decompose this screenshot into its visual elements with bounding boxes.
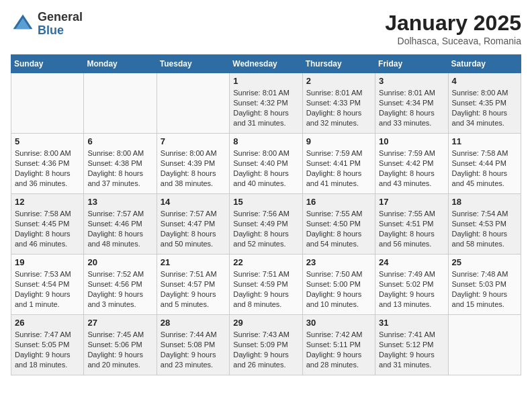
day-number: 2 <box>306 76 371 86</box>
day-number: 25 <box>452 257 517 267</box>
day-info: Sunrise: 8:01 AM Sunset: 4:32 PM Dayligh… <box>233 88 298 128</box>
day-cell: 2Sunrise: 8:01 AM Sunset: 4:33 PM Daylig… <box>302 73 375 134</box>
day-info: Sunrise: 7:43 AM Sunset: 5:09 PM Dayligh… <box>233 330 298 369</box>
day-info: Sunrise: 8:00 AM Sunset: 4:38 PM Dayligh… <box>87 148 152 188</box>
day-number: 13 <box>87 197 152 207</box>
logo: General Blue <box>11 11 83 38</box>
day-cell: 18Sunrise: 7:54 AM Sunset: 4:53 PM Dayli… <box>448 194 521 255</box>
page-header: General Blue January 2025 Dolhasca, Suce… <box>11 11 521 46</box>
day-info: Sunrise: 8:01 AM Sunset: 4:33 PM Dayligh… <box>306 88 371 128</box>
day-info: Sunrise: 8:01 AM Sunset: 4:34 PM Dayligh… <box>379 88 444 128</box>
day-number: 26 <box>15 318 80 328</box>
day-info: Sunrise: 8:00 AM Sunset: 4:40 PM Dayligh… <box>233 148 298 188</box>
day-number: 16 <box>306 197 371 207</box>
day-cell: 6Sunrise: 8:00 AM Sunset: 4:38 PM Daylig… <box>84 134 157 194</box>
day-number: 11 <box>452 136 517 146</box>
day-cell: 26Sunrise: 7:47 AM Sunset: 5:05 PM Dayli… <box>11 315 84 375</box>
day-number: 22 <box>233 257 298 267</box>
day-cell: 25Sunrise: 7:48 AM Sunset: 5:03 PM Dayli… <box>448 255 521 315</box>
day-info: Sunrise: 7:57 AM Sunset: 4:47 PM Dayligh… <box>161 209 226 248</box>
day-cell: 3Sunrise: 8:01 AM Sunset: 4:34 PM Daylig… <box>375 73 448 134</box>
day-number: 30 <box>306 318 371 328</box>
month-title: January 2025 <box>385 11 521 36</box>
day-number: 7 <box>161 136 226 146</box>
day-number: 9 <box>306 136 371 146</box>
day-info: Sunrise: 7:51 AM Sunset: 4:57 PM Dayligh… <box>161 269 226 309</box>
day-number: 24 <box>379 257 444 267</box>
day-cell: 29Sunrise: 7:43 AM Sunset: 5:09 PM Dayli… <box>230 315 302 375</box>
week-row: 1Sunrise: 8:01 AM Sunset: 4:32 PM Daylig… <box>11 73 521 134</box>
weekday-header: Tuesday <box>157 55 229 73</box>
day-cell: 27Sunrise: 7:45 AM Sunset: 5:06 PM Dayli… <box>84 315 157 375</box>
weekday-header: Thursday <box>302 55 375 73</box>
day-info: Sunrise: 7:55 AM Sunset: 4:50 PM Dayligh… <box>306 209 371 248</box>
day-cell: 15Sunrise: 7:56 AM Sunset: 4:49 PM Dayli… <box>230 194 302 255</box>
day-info: Sunrise: 7:59 AM Sunset: 4:42 PM Dayligh… <box>379 148 444 188</box>
day-cell: 24Sunrise: 7:49 AM Sunset: 5:02 PM Dayli… <box>375 255 448 315</box>
day-cell: 31Sunrise: 7:41 AM Sunset: 5:12 PM Dayli… <box>375 315 448 375</box>
weekday-header: Saturday <box>448 55 521 73</box>
day-number: 15 <box>233 197 298 207</box>
calendar-table: SundayMondayTuesdayWednesdayThursdayFrid… <box>11 54 521 375</box>
day-cell: 30Sunrise: 7:42 AM Sunset: 5:11 PM Dayli… <box>302 315 375 375</box>
logo-text: General Blue <box>38 11 83 38</box>
day-number: 4 <box>452 76 517 86</box>
day-cell: 21Sunrise: 7:51 AM Sunset: 4:57 PM Dayli… <box>157 255 229 315</box>
day-info: Sunrise: 7:59 AM Sunset: 4:41 PM Dayligh… <box>306 148 371 188</box>
day-cell <box>157 73 229 134</box>
day-info: Sunrise: 7:52 AM Sunset: 4:56 PM Dayligh… <box>87 269 152 309</box>
day-number: 29 <box>233 318 298 328</box>
day-cell: 20Sunrise: 7:52 AM Sunset: 4:56 PM Dayli… <box>84 255 157 315</box>
day-cell: 9Sunrise: 7:59 AM Sunset: 4:41 PM Daylig… <box>302 134 375 194</box>
day-cell: 16Sunrise: 7:55 AM Sunset: 4:50 PM Dayli… <box>302 194 375 255</box>
day-cell: 7Sunrise: 8:00 AM Sunset: 4:39 PM Daylig… <box>157 134 229 194</box>
week-row: 26Sunrise: 7:47 AM Sunset: 5:05 PM Dayli… <box>11 315 521 375</box>
day-cell: 19Sunrise: 7:53 AM Sunset: 4:54 PM Dayli… <box>11 255 84 315</box>
weekday-header: Monday <box>84 55 157 73</box>
day-info: Sunrise: 7:57 AM Sunset: 4:46 PM Dayligh… <box>87 209 152 248</box>
day-cell: 12Sunrise: 7:58 AM Sunset: 4:45 PM Dayli… <box>11 194 84 255</box>
day-number: 20 <box>87 257 152 267</box>
day-number: 3 <box>379 76 444 86</box>
day-info: Sunrise: 7:56 AM Sunset: 4:49 PM Dayligh… <box>233 209 298 248</box>
location: Dolhasca, Suceava, Romania <box>385 36 521 46</box>
day-info: Sunrise: 7:58 AM Sunset: 4:45 PM Dayligh… <box>15 209 80 248</box>
weekday-header-row: SundayMondayTuesdayWednesdayThursdayFrid… <box>11 55 521 73</box>
day-info: Sunrise: 7:42 AM Sunset: 5:11 PM Dayligh… <box>306 330 371 369</box>
day-cell <box>11 73 84 134</box>
day-number: 1 <box>233 76 298 86</box>
day-info: Sunrise: 8:00 AM Sunset: 4:36 PM Dayligh… <box>15 148 80 188</box>
day-cell: 1Sunrise: 8:01 AM Sunset: 4:32 PM Daylig… <box>230 73 302 134</box>
logo-general: General <box>38 10 83 24</box>
day-cell: 14Sunrise: 7:57 AM Sunset: 4:47 PM Dayli… <box>157 194 229 255</box>
week-row: 12Sunrise: 7:58 AM Sunset: 4:45 PM Dayli… <box>11 194 521 255</box>
day-info: Sunrise: 7:54 AM Sunset: 4:53 PM Dayligh… <box>452 209 517 248</box>
weekday-header: Wednesday <box>230 55 302 73</box>
day-info: Sunrise: 8:00 AM Sunset: 4:39 PM Dayligh… <box>161 148 226 188</box>
day-number: 8 <box>233 136 298 146</box>
logo-blue: Blue <box>38 24 64 37</box>
day-info: Sunrise: 7:50 AM Sunset: 5:00 PM Dayligh… <box>306 269 371 309</box>
weekday-header: Friday <box>375 55 448 73</box>
day-number: 31 <box>379 318 444 328</box>
day-cell <box>84 73 157 134</box>
day-number: 28 <box>161 318 226 328</box>
day-number: 23 <box>306 257 371 267</box>
weekday-header: Sunday <box>11 55 84 73</box>
day-info: Sunrise: 7:44 AM Sunset: 5:08 PM Dayligh… <box>161 330 226 369</box>
day-info: Sunrise: 7:45 AM Sunset: 5:06 PM Dayligh… <box>87 330 152 369</box>
day-cell: 17Sunrise: 7:55 AM Sunset: 4:51 PM Dayli… <box>375 194 448 255</box>
day-cell <box>448 315 521 375</box>
day-cell: 10Sunrise: 7:59 AM Sunset: 4:42 PM Dayli… <box>375 134 448 194</box>
day-number: 17 <box>379 197 444 207</box>
day-cell: 13Sunrise: 7:57 AM Sunset: 4:46 PM Dayli… <box>84 194 157 255</box>
day-info: Sunrise: 8:00 AM Sunset: 4:35 PM Dayligh… <box>452 88 517 128</box>
day-number: 19 <box>15 257 80 267</box>
day-number: 6 <box>87 136 152 146</box>
day-number: 18 <box>452 197 517 207</box>
day-info: Sunrise: 7:58 AM Sunset: 4:44 PM Dayligh… <box>452 148 517 188</box>
day-info: Sunrise: 7:51 AM Sunset: 4:59 PM Dayligh… <box>233 269 298 309</box>
week-row: 19Sunrise: 7:53 AM Sunset: 4:54 PM Dayli… <box>11 255 521 315</box>
day-info: Sunrise: 7:55 AM Sunset: 4:51 PM Dayligh… <box>379 209 444 248</box>
day-info: Sunrise: 7:48 AM Sunset: 5:03 PM Dayligh… <box>452 269 517 309</box>
